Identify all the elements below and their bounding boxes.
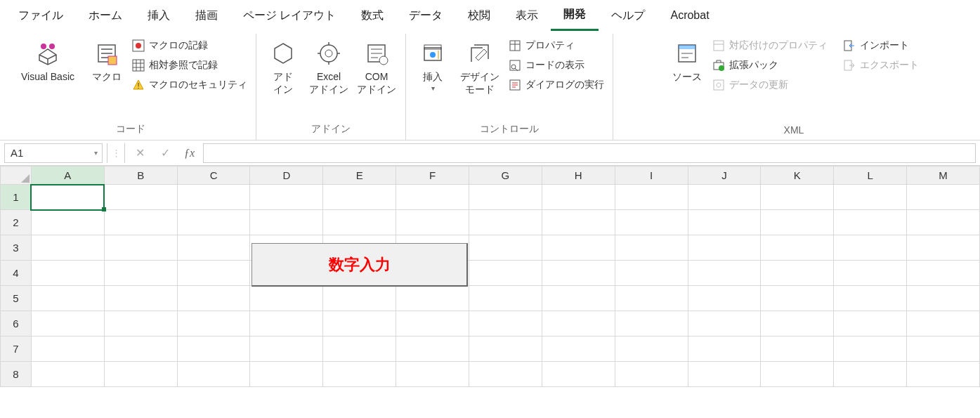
cell[interactable] [469, 235, 542, 261]
cell[interactable] [761, 286, 834, 311]
column-header[interactable]: J [688, 166, 761, 185]
extension-packs-button[interactable]: 拡張パック [711, 58, 829, 73]
tab-data[interactable]: データ [396, 1, 455, 30]
select-all-corner[interactable] [1, 166, 32, 185]
tab-review[interactable]: 校閲 [455, 1, 503, 30]
column-header[interactable]: E [323, 166, 396, 185]
cell[interactable] [396, 286, 469, 311]
com-addins-button[interactable]: COM アドイン [355, 37, 398, 98]
cell[interactable] [688, 362, 761, 387]
cell[interactable] [469, 311, 542, 337]
column-header[interactable]: L [834, 166, 907, 185]
excel-addins-button[interactable]: Excel アドイン [307, 37, 351, 98]
cell[interactable] [615, 185, 688, 210]
cell[interactable] [469, 185, 542, 210]
cell[interactable] [761, 210, 834, 235]
row-header[interactable]: 8 [1, 362, 32, 387]
cell[interactable] [542, 362, 615, 387]
cell[interactable] [250, 210, 323, 235]
cell[interactable] [104, 362, 177, 387]
cell[interactable] [104, 185, 177, 210]
addins-button[interactable]: アド イン [263, 37, 303, 98]
cell[interactable] [177, 286, 250, 311]
cell[interactable] [104, 311, 177, 337]
cell[interactable] [104, 261, 177, 286]
cell[interactable] [31, 185, 104, 210]
visual-basic-button[interactable]: Visual Basic [13, 37, 83, 86]
cell[interactable] [250, 337, 323, 362]
cell[interactable] [615, 311, 688, 337]
cell[interactable] [323, 210, 396, 235]
cell[interactable] [542, 337, 615, 362]
cell[interactable] [323, 286, 396, 311]
cell[interactable] [688, 210, 761, 235]
cell[interactable] [615, 210, 688, 235]
row-header[interactable]: 2 [1, 210, 32, 235]
cell[interactable] [761, 235, 834, 261]
cell[interactable] [688, 185, 761, 210]
column-header[interactable]: F [396, 166, 469, 185]
view-code-button[interactable]: コードの表示 [507, 58, 606, 73]
tab-insert[interactable]: 挿入 [135, 1, 183, 30]
cell[interactable] [542, 210, 615, 235]
cell[interactable] [104, 337, 177, 362]
cell[interactable] [469, 286, 542, 311]
cell[interactable] [31, 337, 104, 362]
import-button[interactable]: インポート [842, 38, 920, 53]
cell[interactable] [469, 337, 542, 362]
cell[interactable] [907, 286, 980, 311]
cell[interactable] [396, 362, 469, 387]
cell[interactable] [31, 261, 104, 286]
cell[interactable] [323, 337, 396, 362]
cell[interactable] [761, 362, 834, 387]
column-header[interactable]: G [469, 166, 542, 185]
cell[interactable] [323, 311, 396, 337]
properties-button[interactable]: プロパティ [507, 38, 606, 53]
insert-control-button[interactable]: 挿入 ▾ [413, 37, 452, 95]
cell[interactable] [907, 261, 980, 286]
cell[interactable] [396, 337, 469, 362]
cell[interactable] [31, 362, 104, 387]
cell[interactable] [615, 261, 688, 286]
cell[interactable] [834, 235, 907, 261]
cell[interactable] [177, 235, 250, 261]
column-header[interactable]: B [104, 166, 177, 185]
tab-developer[interactable]: 開発 [551, 0, 599, 31]
cell[interactable] [31, 235, 104, 261]
cell[interactable] [396, 210, 469, 235]
cell[interactable] [907, 311, 980, 337]
cell[interactable] [688, 337, 761, 362]
cell[interactable] [834, 210, 907, 235]
tab-view[interactable]: 表示 [503, 1, 551, 30]
cell[interactable] [688, 261, 761, 286]
cell[interactable] [31, 210, 104, 235]
cell[interactable] [396, 185, 469, 210]
tab-help[interactable]: ヘルプ [599, 1, 658, 30]
cell[interactable] [907, 235, 980, 261]
cell[interactable] [177, 311, 250, 337]
cell[interactable] [177, 362, 250, 387]
cell[interactable] [542, 286, 615, 311]
cell[interactable] [688, 311, 761, 337]
tab-page-layout[interactable]: ページ レイアウト [230, 1, 348, 30]
cell[interactable] [250, 362, 323, 387]
cell[interactable] [31, 286, 104, 311]
cell[interactable] [396, 311, 469, 337]
cell[interactable] [469, 261, 542, 286]
cell[interactable] [177, 337, 250, 362]
row-header[interactable]: 3 [1, 235, 32, 261]
cell[interactable] [469, 362, 542, 387]
macro-security-button[interactable]: ! マクロのセキュリティ [131, 77, 249, 93]
cell[interactable] [104, 235, 177, 261]
cell[interactable] [834, 362, 907, 387]
cell[interactable] [104, 286, 177, 311]
cell[interactable] [104, 210, 177, 235]
row-header[interactable]: 5 [1, 286, 32, 311]
cell[interactable] [542, 311, 615, 337]
cell[interactable] [761, 337, 834, 362]
formula-input[interactable] [203, 143, 976, 163]
cell[interactable] [761, 311, 834, 337]
tab-formulas[interactable]: 数式 [348, 1, 396, 30]
cell[interactable] [907, 185, 980, 210]
run-dialog-button[interactable]: ダイアログの実行 [507, 77, 606, 93]
